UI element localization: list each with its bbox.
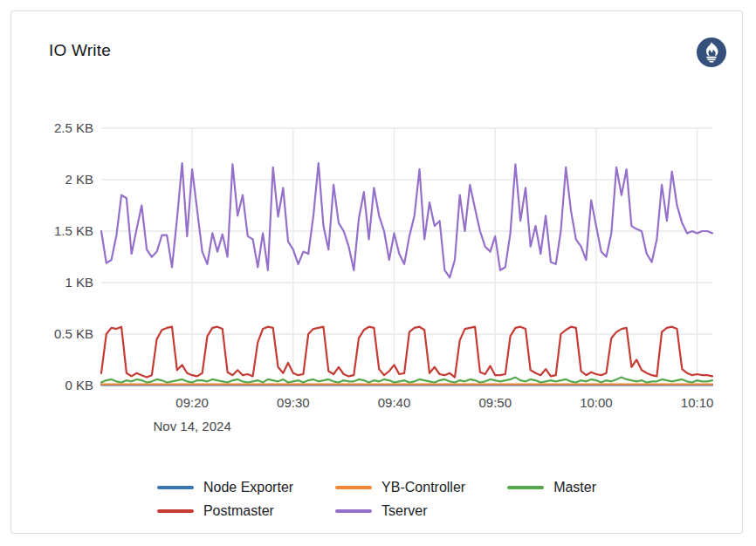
x-tick-label: 10:10 (681, 395, 714, 410)
x-tick-label: 09:20 (175, 395, 209, 410)
legend-label: Postmaster (203, 503, 274, 519)
series-line-tserver (101, 163, 712, 277)
legend-label: Master (553, 480, 596, 495)
legend-item-node-exporter[interactable]: Node Exporter (157, 480, 293, 495)
y-tick-label: 2.5 KB (54, 120, 93, 135)
legend-swatch-yb-controller (335, 486, 372, 489)
y-tick-label: 1.5 KB (54, 223, 93, 238)
series-line-master (101, 378, 712, 383)
y-tick-label: 2 KB (65, 172, 93, 187)
legend-item-master[interactable]: Master (507, 480, 596, 495)
legend-item-postmaster[interactable]: Postmaster (157, 503, 274, 519)
x-tick-label: 09:30 (277, 395, 310, 410)
legend-item-tserver[interactable]: Tserver (335, 503, 427, 519)
legend-label: Tserver (381, 503, 427, 519)
legend-grid: Node ExporterYB-ControllerMasterPostmast… (157, 480, 596, 519)
legend-label: YB-Controller (381, 480, 465, 495)
io-write-panel: IO Write 0 KB0.5 KB1 KB1.5 KB2 KB2.5 KB0… (10, 10, 743, 534)
y-tick-label: 0.5 KB (54, 326, 93, 341)
x-tick-label: 09:50 (478, 395, 512, 410)
legend-item-yb-controller[interactable]: YB-Controller (335, 480, 465, 495)
io-write-chart[interactable]: 0 KB0.5 KB1 KB1.5 KB2 KB2.5 KB09:2009:30… (11, 11, 742, 447)
legend-label: Node Exporter (203, 480, 293, 495)
y-tick-label: 0 KB (65, 378, 93, 392)
x-axis-date-label: Nov 14, 2024 (154, 419, 231, 433)
legend-swatch-tserver (335, 509, 372, 513)
x-tick-label: 10:00 (580, 395, 613, 410)
chart-legend: Node ExporterYB-ControllerMasterPostmast… (11, 480, 742, 519)
legend-swatch-postmaster (157, 509, 194, 513)
y-tick-label: 1 KB (65, 275, 93, 290)
x-tick-label: 09:40 (378, 395, 411, 410)
legend-swatch-master (507, 486, 544, 489)
legend-swatch-node-exporter (157, 486, 194, 489)
